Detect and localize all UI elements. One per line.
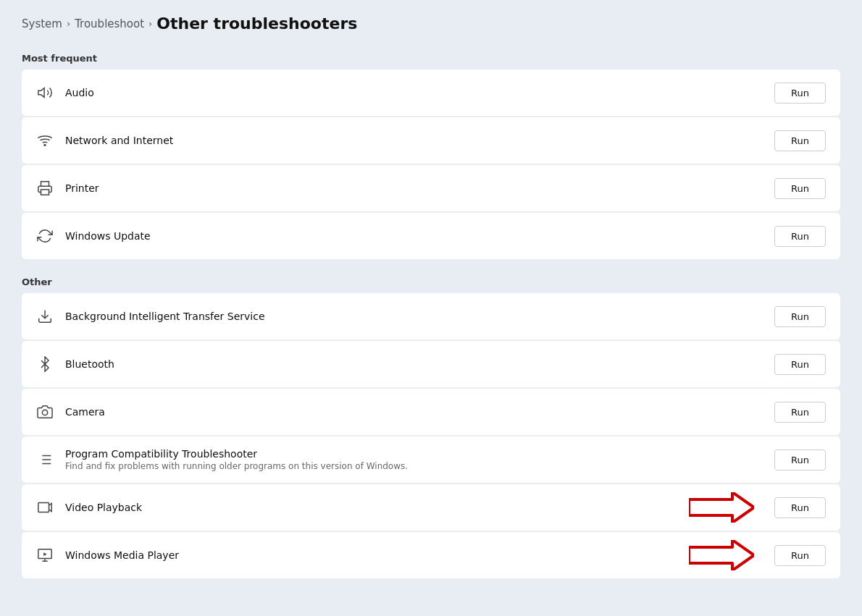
bluetooth-icon [36, 355, 54, 373]
breadcrumb-sep-2: › [148, 18, 152, 29]
bits-run-button[interactable]: Run [774, 306, 826, 327]
svg-marker-16 [43, 552, 47, 556]
windows-media-player-text: Windows Media Player [65, 549, 677, 561]
audio-run-button[interactable]: Run [774, 83, 826, 104]
troubleshooter-network: Network and Internet Run [22, 117, 840, 164]
network-title: Network and Internet [65, 135, 763, 146]
printer-icon [36, 180, 54, 197]
printer-text: Printer [65, 182, 763, 194]
video-icon [36, 499, 54, 516]
svg-marker-0 [38, 88, 44, 98]
windows-media-player-arrow [689, 540, 754, 570]
video-playback-text: Video Playback [65, 502, 677, 513]
program-compat-title: Program Compatibility Troubleshooter [65, 448, 763, 460]
windows-update-run-button[interactable]: Run [774, 226, 826, 247]
video-playback-run-button[interactable]: Run [774, 497, 826, 518]
network-text: Network and Internet [65, 135, 763, 146]
network-icon [36, 132, 54, 149]
troubleshooter-program-compat: Program Compatibility Troubleshooter Fin… [22, 436, 840, 483]
printer-title: Printer [65, 182, 763, 194]
camera-text: Camera [65, 406, 763, 418]
troubleshooter-audio: Audio Run [22, 69, 840, 116]
video-playback-arrow [689, 492, 754, 523]
troubleshooter-printer: Printer Run [22, 165, 840, 211]
troubleshooter-windows-media-player: Windows Media Player Run [22, 532, 840, 578]
printer-run-button[interactable]: Run [774, 178, 826, 199]
program-compat-run-button[interactable]: Run [774, 450, 826, 471]
troubleshooter-video-playback: Video Playback Run [22, 484, 840, 531]
section-label-most-frequent: Most frequent [22, 53, 840, 64]
download-icon [36, 308, 54, 325]
troubleshooter-windows-update: Windows Update Run [22, 213, 840, 259]
breadcrumb: System › Troubleshoot › Other troublesho… [22, 14, 840, 33]
bluetooth-run-button[interactable]: Run [774, 354, 826, 375]
breadcrumb-troubleshoot[interactable]: Troubleshoot [75, 17, 144, 30]
troubleshooter-camera: Camera Run [22, 389, 840, 435]
svg-rect-11 [38, 503, 49, 512]
program-compat-text: Program Compatibility Troubleshooter Fin… [65, 448, 763, 471]
troubleshooter-bluetooth: Bluetooth Run [22, 341, 840, 387]
breadcrumb-sep-1: › [67, 18, 70, 29]
most-frequent-list: Audio Run Network and Internet Run [22, 69, 840, 259]
windows-update-text: Windows Update [65, 230, 763, 242]
svg-point-4 [42, 410, 47, 415]
bits-text: Background Intelligent Transfer Service [65, 311, 763, 322]
section-label-other: Other [22, 277, 840, 287]
windows-media-player-run-button[interactable]: Run [774, 545, 826, 566]
video-playback-title: Video Playback [65, 502, 677, 513]
audio-title: Audio [65, 87, 763, 98]
breadcrumb-system[interactable]: System [22, 17, 62, 30]
bluetooth-title: Bluetooth [65, 358, 763, 370]
page-title: Other troubleshooters [156, 14, 357, 33]
compat-icon [36, 451, 54, 468]
windows-media-player-title: Windows Media Player [65, 549, 677, 561]
svg-marker-12 [689, 492, 754, 523]
bluetooth-text: Bluetooth [65, 358, 763, 370]
program-compat-subtitle: Find and fix problems with running older… [65, 461, 763, 471]
other-list: Background Intelligent Transfer Service … [22, 293, 840, 578]
camera-run-button[interactable]: Run [774, 402, 826, 423]
audio-text: Audio [65, 87, 763, 98]
svg-point-1 [44, 145, 46, 146]
camera-icon [36, 403, 54, 421]
troubleshooter-bits: Background Intelligent Transfer Service … [22, 293, 840, 339]
svg-rect-2 [41, 190, 49, 195]
update-icon [36, 227, 54, 245]
bits-title: Background Intelligent Transfer Service [65, 311, 763, 322]
svg-marker-17 [689, 540, 754, 570]
media-player-icon [36, 547, 54, 564]
windows-update-title: Windows Update [65, 230, 763, 242]
network-run-button[interactable]: Run [774, 130, 826, 151]
camera-title: Camera [65, 406, 763, 418]
audio-icon [36, 84, 54, 101]
